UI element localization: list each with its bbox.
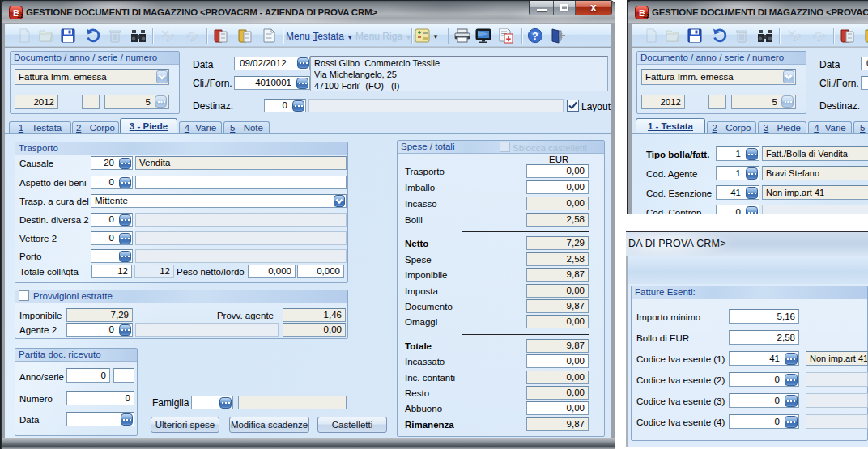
- svg-text:?: ?: [532, 31, 538, 42]
